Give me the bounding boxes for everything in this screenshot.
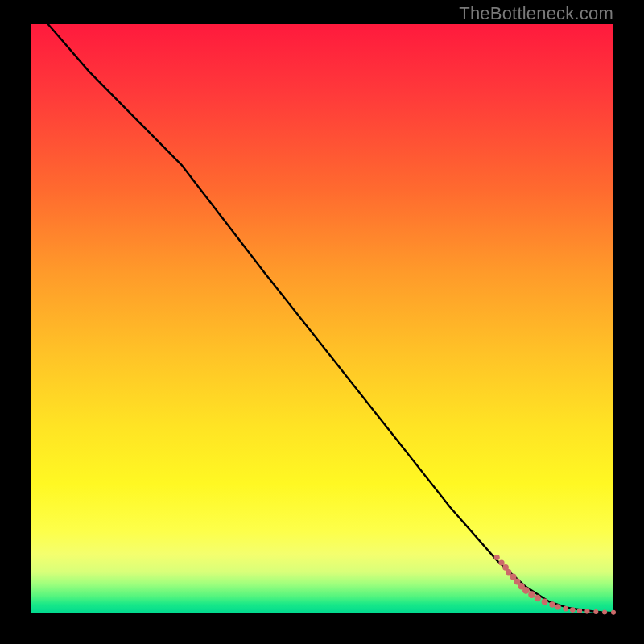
data-point	[602, 609, 607, 614]
chart-svg	[31, 24, 613, 613]
data-point	[563, 606, 568, 612]
data-point	[593, 609, 598, 614]
data-points	[494, 555, 616, 615]
data-point	[522, 587, 530, 594]
plot-area	[31, 24, 613, 613]
data-point	[570, 607, 576, 613]
data-point	[506, 569, 512, 576]
data-point	[498, 559, 504, 565]
chart-frame: TheBottleneck.com	[0, 0, 644, 644]
data-point	[535, 595, 541, 601]
data-point	[494, 555, 500, 560]
data-point	[542, 598, 548, 605]
watermark-text: TheBottleneck.com	[459, 3, 613, 24]
data-point	[611, 610, 616, 615]
bottleneck-curve	[48, 24, 613, 613]
data-point	[577, 609, 582, 613]
data-point	[555, 604, 561, 609]
data-point	[584, 609, 589, 613]
data-point	[549, 601, 555, 608]
data-point	[528, 591, 535, 598]
